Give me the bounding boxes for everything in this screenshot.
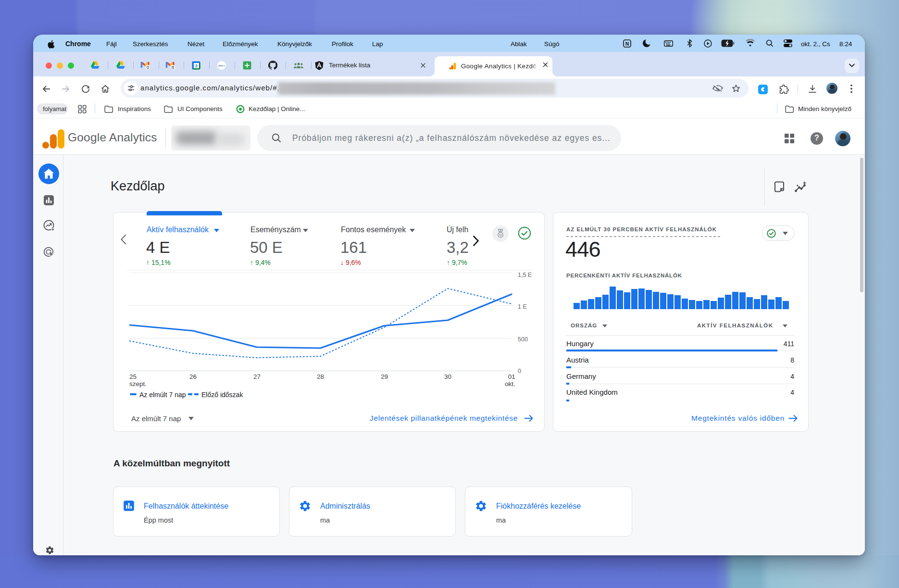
svg-text:N: N: [625, 41, 629, 47]
svg-text:sitepro: sitepro: [218, 64, 225, 67]
svg-text:8: 8: [172, 64, 174, 70]
svg-text:2: 2: [195, 63, 198, 68]
svg-text:0: 0: [147, 64, 150, 70]
